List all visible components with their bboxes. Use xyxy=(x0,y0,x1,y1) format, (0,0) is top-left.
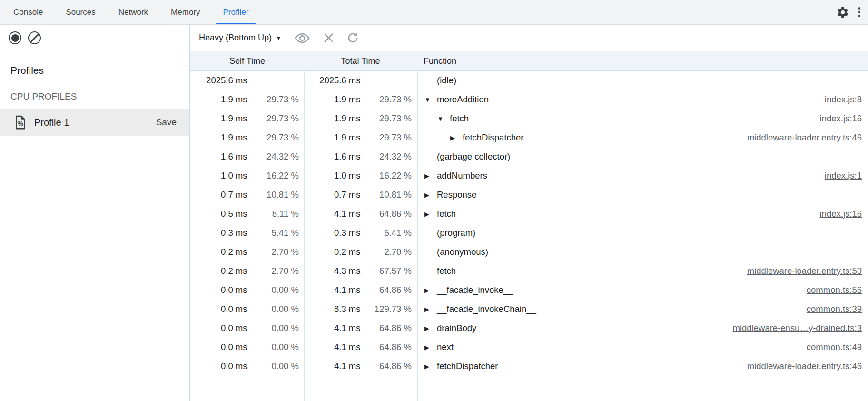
restore-functions-button[interactable] xyxy=(346,31,359,44)
source-link[interactable]: common.ts:56 xyxy=(797,285,868,295)
source-link[interactable]: index.js:8 xyxy=(815,94,868,105)
total-time-ms: 4.1 ms xyxy=(304,209,361,219)
disclosure-collapsed-icon[interactable]: ▶ xyxy=(424,211,437,218)
table-row[interactable]: 0.3 ms5.41 %0.3 ms5.41 %(program) xyxy=(190,223,868,242)
source-link[interactable]: middleware-loader.entry.ts:46 xyxy=(738,132,868,143)
disclosure-collapsed-icon[interactable]: ▶ xyxy=(450,134,463,141)
self-time-percent: 29.73 % xyxy=(247,132,305,143)
table-row[interactable]: 0.0 ms0.00 %8.3 ms129.73 %▶__facade_invo… xyxy=(190,300,868,319)
table-row[interactable]: 1.9 ms29.73 %1.9 ms29.73 %▶fetchDispatch… xyxy=(190,128,868,147)
table-row[interactable]: 1.6 ms24.32 %1.6 ms24.32 %(garbage colle… xyxy=(190,147,868,166)
disclosure-collapsed-icon[interactable]: ▶ xyxy=(424,363,437,370)
focus-function-button[interactable] xyxy=(294,32,311,44)
function-name: drainBody xyxy=(437,323,476,333)
tab-console[interactable]: Console xyxy=(2,0,54,24)
table-row[interactable]: 1.9 ms29.73 %1.9 ms29.73 %▼fetchindex.js… xyxy=(190,109,868,128)
self-time-percent: 8.11 % xyxy=(247,209,305,219)
self-time-percent: 0.00 % xyxy=(247,342,305,352)
total-time-percent: 24.32 % xyxy=(361,151,417,162)
function-cell: ▶Response xyxy=(417,190,868,200)
table-row[interactable]: 0.2 ms2.70 %0.2 ms2.70 %(anonymous) xyxy=(190,242,868,261)
disclosure-expanded-icon[interactable]: ▼ xyxy=(424,96,437,103)
tab-network[interactable]: Network xyxy=(107,0,159,24)
column-header-total-time[interactable]: Total Time xyxy=(304,56,417,66)
self-time-ms: 1.9 ms xyxy=(190,113,247,124)
source-link[interactable]: middleware-loader.entry.ts:46 xyxy=(738,361,868,371)
view-mode-dropdown[interactable]: Heavy (Bottom Up) ▼ xyxy=(199,33,281,43)
total-time-ms: 0.3 ms xyxy=(304,228,361,238)
self-time-percent: 0.00 % xyxy=(247,323,305,333)
source-link[interactable]: index.js:16 xyxy=(810,113,868,124)
chevron-down-icon: ▼ xyxy=(276,35,281,41)
disclosure-collapsed-icon[interactable]: ▶ xyxy=(424,191,437,199)
table-row[interactable]: 0.2 ms2.70 %4.3 ms67.57 %fetchmiddleware… xyxy=(190,261,868,281)
total-time-ms: 8.3 ms xyxy=(304,304,361,314)
profiler-panel: Profiles CPU PROFILES % Profile 1 Save H… xyxy=(0,25,868,401)
profile-view-toolbar: Heavy (Bottom Up) ▼ xyxy=(190,25,868,51)
total-time-percent: 67.57 % xyxy=(361,266,417,276)
total-time-percent: 129.73 % xyxy=(361,304,417,314)
self-time-ms: 0.0 ms xyxy=(190,342,247,352)
table-row[interactable]: 0.5 ms8.11 %4.1 ms64.86 %▶fetchindex.js:… xyxy=(190,204,868,223)
function-name: __facade_invoke__ xyxy=(437,285,513,295)
clear-all-profiles-button[interactable] xyxy=(28,31,41,44)
table-row[interactable]: 1.0 ms16.22 %1.0 ms16.22 %▶addNumbersind… xyxy=(190,166,868,185)
function-name: next xyxy=(437,342,454,352)
source-link[interactable]: index.js:1 xyxy=(815,170,868,181)
self-time-ms: 0.0 ms xyxy=(190,323,247,333)
function-name: __facade_invokeChain__ xyxy=(437,304,536,314)
self-time-percent: 0.00 % xyxy=(247,304,305,314)
self-time-cell: 1.9 ms29.73 % xyxy=(190,113,304,124)
table-row[interactable]: 0.0 ms0.00 %4.1 ms64.86 %▶fetchDispatche… xyxy=(190,357,868,376)
total-time-percent: 2.70 % xyxy=(361,247,417,257)
source-link[interactable]: common.ts:49 xyxy=(797,342,868,352)
total-time-cell: 1.9 ms29.73 % xyxy=(304,113,417,124)
grid-header-row: Self Time Total Time Function xyxy=(190,51,868,71)
disclosure-expanded-icon[interactable]: ▼ xyxy=(437,115,450,122)
total-time-percent: 5.41 % xyxy=(361,228,417,238)
cpu-profiles-section-label: CPU PROFILES xyxy=(10,91,189,102)
settings-button[interactable] xyxy=(835,4,851,20)
tab-sources[interactable]: Sources xyxy=(54,0,107,24)
panel-tabs: ConsoleSourcesNetworkMemoryProfiler xyxy=(2,0,260,24)
disclosure-collapsed-icon[interactable]: ▶ xyxy=(424,344,437,351)
table-row[interactable]: 0.0 ms0.00 %4.1 ms64.86 %▶__facade_invok… xyxy=(190,281,868,300)
table-row[interactable]: 1.9 ms29.73 %1.9 ms29.73 %▼moreAdditioni… xyxy=(190,90,868,109)
disclosure-collapsed-icon[interactable]: ▶ xyxy=(424,287,437,294)
self-time-cell: 0.7 ms10.81 % xyxy=(190,190,304,200)
function-name: (idle) xyxy=(437,75,456,86)
total-time-percent xyxy=(361,75,417,86)
table-row[interactable]: 0.7 ms10.81 %0.7 ms10.81 %▶Response xyxy=(190,185,868,204)
exclude-function-button[interactable] xyxy=(323,32,334,43)
source-link[interactable]: common.ts:39 xyxy=(797,304,868,314)
function-name: fetch xyxy=(450,113,469,124)
function-name: fetch xyxy=(437,266,456,276)
column-header-function[interactable]: Function xyxy=(417,56,868,66)
tab-memory[interactable]: Memory xyxy=(159,0,211,24)
more-options-button[interactable] xyxy=(858,7,861,17)
total-time-percent: 64.86 % xyxy=(361,209,417,219)
table-row[interactable]: 2025.6 ms2025.6 ms(idle) xyxy=(190,71,868,90)
function-name: moreAddition xyxy=(437,94,489,105)
table-row[interactable]: 0.0 ms0.00 %4.1 ms64.86 %▶nextcommon.ts:… xyxy=(190,338,868,357)
total-time-ms: 2025.6 ms xyxy=(304,75,361,86)
source-link[interactable]: middleware-ensu…y-drained.ts:3 xyxy=(723,323,868,333)
tab-profiler[interactable]: Profiler xyxy=(212,0,260,24)
save-profile-link[interactable]: Save xyxy=(156,117,177,128)
source-link[interactable]: index.js:16 xyxy=(810,209,868,219)
function-cell: ▼moreAdditionindex.js:8 xyxy=(417,94,868,105)
column-header-self-time[interactable]: Self Time xyxy=(190,56,304,66)
profile-name: Profile 1 xyxy=(34,117,69,128)
table-row[interactable]: 0.0 ms0.00 %4.1 ms64.86 %▶drainBodymiddl… xyxy=(190,319,868,338)
source-link[interactable]: middleware-loader.entry.ts:59 xyxy=(738,266,868,276)
disclosure-collapsed-icon[interactable]: ▶ xyxy=(424,306,437,313)
disclosure-collapsed-icon[interactable]: ▶ xyxy=(424,172,437,180)
disclosure-collapsed-icon[interactable]: ▶ xyxy=(424,325,437,332)
total-time-cell: 4.1 ms64.86 % xyxy=(304,209,417,219)
total-time-percent: 64.86 % xyxy=(361,323,417,333)
total-time-percent: 64.86 % xyxy=(361,285,417,295)
sidebar-item-profile-1[interactable]: % Profile 1 Save xyxy=(0,109,189,136)
record-button[interactable] xyxy=(9,31,21,44)
function-cell: (program) xyxy=(417,228,868,238)
total-time-ms: 4.1 ms xyxy=(304,285,361,295)
